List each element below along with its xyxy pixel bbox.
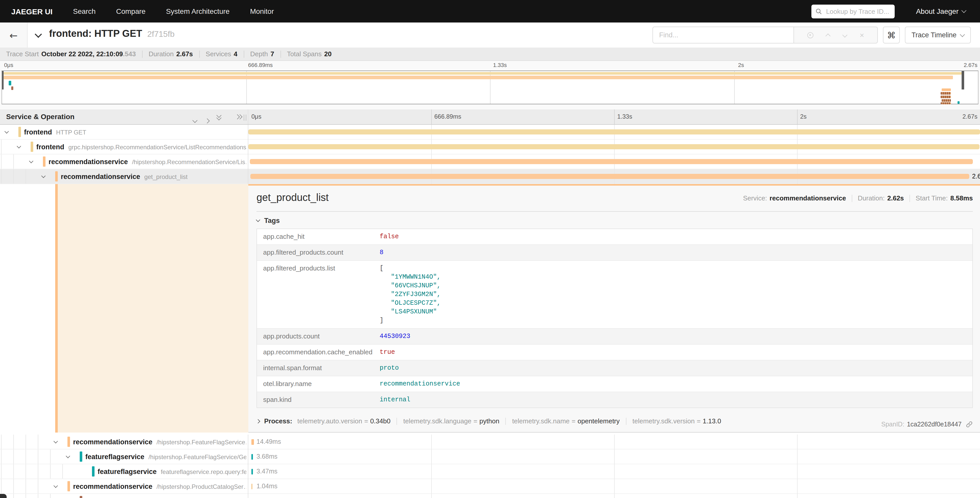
nav-item-search[interactable]: Search (73, 7, 96, 15)
trace-id-search-box[interactable] (811, 4, 894, 18)
indent-guide (13, 449, 14, 464)
span-row-label: recommendationservice/hipstershop.Featur… (73, 434, 246, 449)
span-duration-bar[interactable] (248, 144, 979, 149)
chevron-down-icon[interactable] (66, 454, 70, 458)
minimap-canvas[interactable] (2, 70, 978, 104)
minimap-drag-handle[interactable] (2, 71, 3, 89)
service-name: recommendationservice (61, 173, 140, 180)
chevron-right-icon (256, 419, 260, 424)
span-detail-header: get_product_list Service:recommendations… (256, 192, 973, 207)
chevron-down-icon[interactable] (5, 129, 9, 134)
back-button[interactable]: ← (0, 22, 28, 48)
nav-item-compare[interactable]: Compare (116, 7, 145, 15)
operation-name: get_product_list (144, 173, 188, 180)
trace-view-selector[interactable]: Trace Timeline (905, 27, 971, 43)
divider (256, 211, 973, 212)
scroll-fab-partial[interactable] (0, 494, 6, 498)
trace-summary-bar: Trace Start October 22 2022, 22:10:09.54… (0, 48, 980, 61)
expand-all-icon[interactable] (236, 113, 242, 121)
back-arrow-icon: ← (10, 29, 18, 41)
span-row[interactable]: featureflagservicefeatureflagservice.rep… (0, 464, 980, 479)
span-id-label: SpanID: (881, 421, 904, 428)
minimap-span-bar (941, 102, 951, 104)
operation-name: grpc.hipstershop.RecommendationService/L… (68, 144, 246, 151)
service-color-chip (18, 127, 21, 137)
span-duration-bar[interactable] (250, 159, 973, 164)
timeline-tick-label: 2s (738, 62, 744, 68)
service-operation-header: Service & Operation (6, 112, 75, 121)
chevron-down-icon[interactable] (17, 144, 21, 148)
minimap-span-bar (941, 96, 951, 98)
span-row[interactable]: recommendationservice/hipstershop.Featur… (0, 434, 980, 449)
clear-find-icon[interactable]: × (860, 31, 864, 39)
span-id-value: 1ca2262df0e18447 (907, 421, 962, 428)
span-row[interactable]: frontendHTTP GET (0, 125, 980, 140)
indent-guide (13, 169, 14, 184)
jaeger-logo[interactable]: JAEGER UI (11, 7, 52, 16)
span-duration-bar[interactable] (251, 469, 253, 474)
span-row-label: featureflagservice/hipstershop.FeatureFl… (85, 449, 246, 464)
minimap-drag-handle[interactable] (961, 71, 964, 89)
collapse-one-icon[interactable] (193, 115, 197, 124)
chevron-down-icon[interactable] (29, 159, 33, 163)
nav-item-system-architecture[interactable]: System Architecture (166, 7, 230, 15)
chevron-down-icon (961, 8, 966, 13)
tag-value: 44530923 (380, 329, 972, 344)
tag-key: app.recommendation.cache_enabled (257, 345, 380, 359)
tags-section-toggle[interactable]: Tags (256, 217, 973, 225)
span-row[interactable]: recommendationservice/hipstershop.Recomm… (0, 155, 980, 169)
indent-guide (13, 434, 14, 449)
link-icon[interactable] (966, 421, 973, 428)
span-row[interactable] (0, 494, 980, 498)
find-box[interactable] (652, 27, 794, 43)
duration-label: Duration (149, 50, 174, 58)
span-row[interactable]: featureflagservice/hipstershop.FeatureFl… (0, 449, 980, 464)
process-row[interactable]: Process: telemetry.auto.version=0.34b0te… (256, 417, 973, 425)
find-input[interactable] (658, 31, 788, 39)
divider (626, 417, 627, 425)
span-detail-panel: get_product_list Service:recommendations… (248, 184, 980, 433)
divider (852, 195, 852, 202)
next-match-icon[interactable] (842, 32, 847, 38)
collapse-trace-chevron-icon[interactable] (35, 31, 42, 38)
expand-one-icon[interactable] (205, 115, 209, 125)
span-row-label: recommendationservice/hipstershop.Produc… (73, 479, 246, 494)
chevron-down-icon[interactable] (54, 439, 58, 444)
tag-row: internal.span.formatproto (257, 361, 972, 376)
detail-span-color-bar (55, 184, 58, 433)
span-duration-bar[interactable] (251, 439, 254, 445)
span-duration-bar[interactable] (248, 129, 980, 134)
span-duration-bar[interactable] (251, 484, 252, 489)
previous-match-icon[interactable] (826, 34, 831, 38)
service-name: frontend (36, 143, 64, 151)
indent-guide (50, 464, 51, 479)
column-resize-handle[interactable] (244, 115, 246, 121)
minimap-span-bar (942, 88, 951, 91)
collapse-all-icon[interactable] (216, 113, 222, 121)
tag-value: 8 (380, 245, 972, 260)
about-jaeger-menu[interactable]: About Jaeger (916, 7, 966, 15)
indent-guide (1, 449, 2, 464)
operation-name: HTTP GET (56, 129, 86, 136)
trace-id-search-input[interactable] (825, 7, 890, 16)
services-value: 4 (234, 50, 237, 58)
keyboard-shortcuts-button[interactable]: ⌘ (883, 27, 900, 43)
span-row[interactable]: frontendgrpc.hipstershop.RecommendationS… (0, 140, 980, 155)
nav-item-monitor[interactable]: Monitor (250, 7, 274, 15)
span-row-label: frontendgrpc.hipstershop.RecommendationS… (36, 140, 246, 155)
span-row[interactable]: recommendationserviceget_product_list2.6… (0, 169, 980, 184)
chevron-down-icon[interactable] (41, 174, 46, 178)
service-name: featureflagservice (98, 468, 157, 476)
chevron-down-icon[interactable] (54, 484, 58, 488)
duration-value: 2.67s (176, 50, 193, 58)
indent-guide (25, 494, 26, 498)
span-row[interactable]: recommendationservice/hipstershop.Produc… (0, 479, 980, 494)
span-row-label: frontendHTTP GET (24, 125, 86, 140)
divider (199, 50, 199, 57)
timeline-tick-label: 0μs (4, 62, 13, 68)
minimap-span-bar (942, 99, 951, 102)
span-duration-bar[interactable] (251, 454, 253, 460)
minimap-span-bar (9, 81, 11, 85)
span-duration-bar[interactable] (251, 174, 969, 179)
focus-match-icon[interactable] (807, 32, 813, 38)
